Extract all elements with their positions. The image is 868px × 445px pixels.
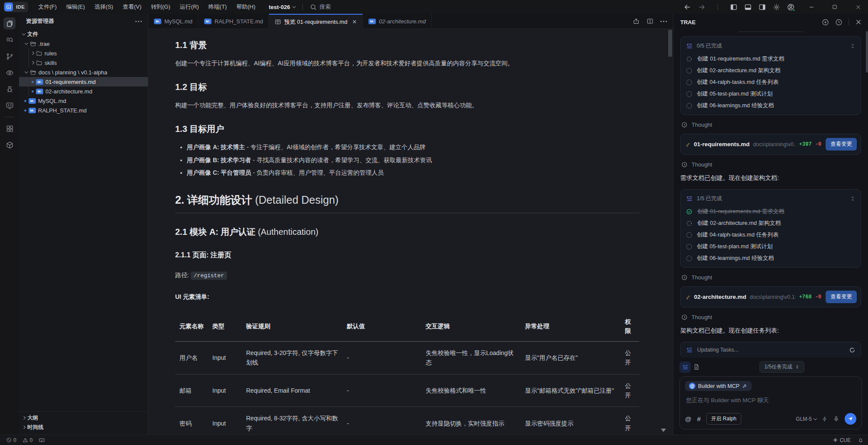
thought-row[interactable]: Thought [681, 161, 861, 168]
chat-input-box[interactable]: @ Builder with MCP 您正在与 Builder with MCP… [679, 376, 862, 429]
updating-tasks-card: Updating Tasks... [680, 342, 861, 358]
menu-selection[interactable]: 选择(S) [90, 1, 117, 13]
close-window-button[interactable] [848, 0, 868, 14]
updating-label: Updating Tasks... [697, 347, 739, 353]
source-control-icon[interactable] [3, 50, 16, 62]
global-search[interactable]: 搜索 [310, 3, 331, 11]
tasks-progress-pill[interactable]: 1/5任务完成 [759, 361, 804, 373]
agent-chip[interactable]: @ Builder with MCP [685, 381, 752, 391]
scroll-down-indicator[interactable] [661, 429, 666, 432]
app-logo-group[interactable]: IDE [3, 2, 28, 12]
file-name[interactable]: 01-requirements.md [694, 141, 749, 147]
microphone-icon[interactable] [833, 416, 839, 422]
close-panel-icon[interactable] [855, 19, 862, 26]
menu-goto[interactable]: 转到(G) [147, 1, 174, 13]
tab-02-architecture[interactable]: M↓ 02-architecture.md [363, 14, 432, 29]
enhance-lightning-icon[interactable] [822, 416, 828, 422]
task-item[interactable]: 创建 06-learnings.md 经验文档 [686, 102, 855, 109]
toggle-right-panel-icon[interactable] [759, 3, 766, 11]
chevron-right-icon [31, 51, 34, 55]
task-item[interactable]: 创建 02-architecture.md 架构文档 [686, 219, 855, 227]
collapse-icon[interactable] [850, 196, 855, 202]
tab-ralph-state[interactable]: M↓ RALPH_STATE.md [199, 14, 269, 29]
share-export-icon[interactable] [633, 18, 640, 25]
tree-section-files[interactable]: 文件 [19, 29, 148, 39]
thought-row[interactable]: Thought [681, 274, 861, 281]
timeline-section[interactable]: 时间线 [19, 423, 148, 432]
tree-folder-docs-planning[interactable]: docs \ planning \ v0.1-alpha [19, 67, 148, 77]
mention-at-icon[interactable]: @ [685, 415, 692, 423]
view-changes-button[interactable]: 查看变更 [826, 291, 857, 303]
explorer-icon[interactable] [3, 17, 16, 29]
thought-row[interactable]: Thought [681, 122, 861, 128]
view-changes-button[interactable]: 查看变更 [826, 138, 857, 150]
task-item[interactable]: 创建 01-requirements.md 需求文档 [686, 55, 855, 63]
history-icon[interactable] [835, 19, 842, 26]
task-item[interactable]: 创建 04-ralph-tasks.md 任务列表 [686, 78, 855, 86]
back-icon[interactable] [684, 3, 691, 11]
task-item-done[interactable]: 创建 01-requirements.md 需求文档 [686, 208, 855, 215]
menu-view[interactable]: 查看(V) [119, 1, 145, 13]
document-button[interactable] [691, 362, 702, 373]
task-list-icon [686, 346, 693, 353]
project-selector[interactable]: test-026 [269, 4, 295, 10]
editor-scrollbar[interactable] [668, 30, 672, 57]
tree-folder-skills[interactable]: skills [19, 58, 148, 67]
new-chat-icon[interactable] [822, 19, 829, 26]
menu-run[interactable]: 运行(R) [176, 1, 203, 13]
search-panel-icon[interactable] [3, 34, 16, 46]
toggle-left-panel-icon[interactable] [730, 3, 737, 11]
editor-more-icon[interactable] [660, 21, 667, 22]
tree-file-ralph-state[interactable]: M↓ RALPH_STATE.md [19, 106, 148, 115]
task-item[interactable]: 创建 04-ralph-tasks.md 任务列表 [686, 231, 855, 239]
close-tab-icon[interactable]: ✕ [352, 19, 357, 25]
menu-terminal[interactable]: 终端(T) [205, 1, 231, 13]
settings-gear-icon[interactable] [773, 3, 780, 11]
thought-row[interactable]: Thought [681, 314, 861, 320]
send-button[interactable] [845, 413, 856, 425]
task-item[interactable]: 创建 02-architecture.md 架构文档 [686, 67, 855, 74]
heading-background: 1.1 背景 [175, 39, 639, 51]
menu-help[interactable]: 帮助(H) [232, 1, 259, 13]
forward-icon[interactable] [698, 3, 705, 11]
maximize-button[interactable] [825, 0, 845, 14]
preview-eye-icon[interactable] [3, 67, 16, 79]
keyboard-indicator[interactable] [37, 437, 47, 443]
notifications-bell-icon[interactable] [858, 437, 864, 443]
task-list-toggle-button[interactable] [679, 362, 691, 373]
minimize-button[interactable] [801, 0, 821, 14]
extensions-grid-icon[interactable] [3, 122, 16, 134]
outline-section[interactable]: 大纲 [19, 413, 148, 423]
panel-scrollbar[interactable] [866, 31, 868, 73]
file-name[interactable]: 02-architecture.md [694, 294, 746, 300]
debug-bug-icon[interactable] [3, 83, 16, 95]
menu-file[interactable]: 文件(F) [34, 1, 61, 13]
task-item[interactable]: 创建 06-learnings.md 经验文档 [686, 254, 855, 262]
split-editor-icon[interactable] [647, 18, 653, 25]
package-cube-icon[interactable] [3, 139, 16, 151]
heading-register-page: 2.1.1 页面: 注册页 [175, 251, 639, 260]
start-ralph-button[interactable]: 开启 Ralph [706, 413, 741, 425]
model-selector[interactable]: GLM-5 [796, 416, 817, 422]
collapse-icon[interactable] [850, 43, 855, 49]
more-actions-icon[interactable] [135, 21, 142, 22]
tree-file-02-architecture[interactable]: M↓ 02-architecture.md [19, 86, 148, 96]
menu-edit[interactable]: 编辑(E) [62, 1, 89, 13]
code-playground-icon[interactable] [3, 99, 16, 112]
tree-file-mysql[interactable]: M↓ MySQL.md [19, 96, 148, 106]
hash-icon[interactable]: # [697, 415, 701, 423]
ide-badge: IDE [16, 4, 25, 10]
chat-placeholder[interactable]: 您正在与 Builder with MCP 聊天 [686, 397, 855, 404]
task-item[interactable]: 创建 05-test-plan.md 测试计划 [686, 90, 855, 98]
tab-preview-01-requirements[interactable]: 预览 01-requirements.md ✕ [269, 14, 363, 29]
cue-indicator[interactable]: CUE [831, 437, 852, 443]
toggle-bottom-panel-icon[interactable] [744, 3, 752, 11]
warnings-indicator[interactable]: 0 [21, 437, 35, 443]
tree-folder-rules[interactable]: rules [19, 48, 148, 58]
task-item[interactable]: 创建 05-test-plan.md 测试计划 [686, 243, 855, 250]
tab-mysql[interactable]: M↓ MySQL.md [148, 14, 199, 29]
account-icon[interactable] [787, 3, 794, 11]
errors-indicator[interactable]: 0 [4, 437, 18, 443]
tree-folder-trae[interactable]: .trae [19, 39, 148, 48]
tree-file-01-requirements[interactable]: M↓ 01-requirements.md [19, 77, 148, 86]
